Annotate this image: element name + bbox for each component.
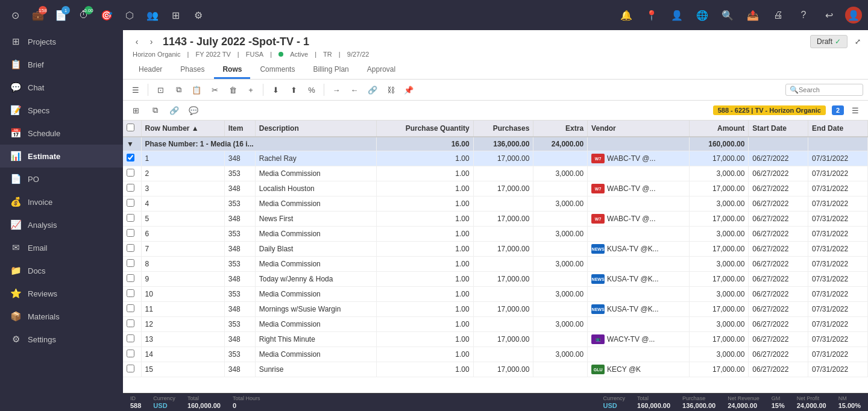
table-row[interactable]: 12 353 Media Commission 1.00 3,000.00 3,… — [123, 317, 868, 332]
cut-button[interactable]: ✂ — [207, 82, 222, 98]
link2-button[interactable]: 🔗 — [166, 102, 182, 118]
search-box[interactable]: 🔍 — [785, 84, 863, 96]
table-row[interactable]: 13 348 Right This Minute 1.00 17,000.00 … — [123, 332, 868, 347]
delete-button[interactable]: 🗑 — [225, 82, 241, 98]
link-button[interactable]: 🔗 — [365, 82, 380, 98]
tab-phases[interactable]: Phases — [172, 61, 213, 79]
row-checkbox[interactable] — [127, 199, 134, 207]
row-checkbox[interactable] — [127, 289, 134, 297]
table-row[interactable]: 8 353 Media Commission 1.00 3,000.00 3,0… — [123, 257, 868, 272]
people-icon[interactable]: 👥 — [143, 6, 162, 24]
user-avatar[interactable]: 👤 — [845, 7, 862, 24]
table-row[interactable]: 9 348 Today w/Jenny & Hoda 1.00 17,000.0… — [123, 272, 868, 287]
table-container[interactable]: Row Number ▲ Item Description Purchase Q… — [123, 121, 868, 393]
location-icon[interactable]: 📍 — [643, 6, 661, 24]
sidebar-item-invoice[interactable]: 💰 Invoice — [0, 190, 123, 213]
paste-button[interactable]: 📋 — [189, 82, 204, 98]
sidebar-item-schedule[interactable]: 📅 Schedule — [0, 122, 123, 145]
pin-button[interactable]: 📌 — [401, 82, 417, 98]
search-input[interactable] — [799, 86, 859, 93]
row-checkbox[interactable] — [127, 169, 134, 177]
row-checkbox[interactable] — [127, 214, 134, 222]
profile-circle-icon[interactable]: ⊙ — [6, 6, 24, 24]
row-checkbox[interactable] — [127, 350, 134, 357]
hexagon-icon[interactable]: ⬡ — [121, 6, 139, 24]
row-checkbox[interactable] — [127, 184, 134, 192]
row-checkbox[interactable] — [127, 154, 134, 162]
campaign-badge[interactable]: 588 - 6225 | TV - Horizon Organic — [713, 105, 826, 115]
help-icon[interactable]: ? — [794, 6, 813, 24]
briefcase-icon[interactable]: 💼158 — [29, 6, 47, 24]
target-icon[interactable]: 🎯 — [98, 6, 116, 24]
table-row[interactable]: 5 348 News First 1.00 17,000.00 W7 WABC-… — [123, 212, 868, 227]
table-row[interactable]: 10 353 Media Commission 1.00 3,000.00 3,… — [123, 287, 868, 302]
draft-status-badge[interactable]: Draft ✓ — [810, 35, 848, 48]
sidebar-item-brief[interactable]: 📋 Brief — [0, 53, 123, 76]
col-item[interactable]: Item — [224, 121, 255, 137]
select-all-checkbox[interactable] — [127, 124, 134, 131]
col-amount[interactable]: Amount — [689, 121, 749, 137]
bell-icon[interactable]: 🔔 — [617, 6, 635, 24]
row-checkbox[interactable] — [127, 259, 134, 267]
sidebar-item-estimate[interactable]: 📊 Estimate — [0, 145, 123, 168]
columns-button[interactable]: ⊞ — [128, 102, 143, 118]
row-checkbox[interactable] — [127, 319, 134, 327]
sidebar-item-materials[interactable]: 📦 Materials — [0, 305, 123, 328]
export-icon[interactable]: 📤 — [744, 6, 762, 24]
clock-icon[interactable]: ⏱0.00 — [75, 6, 93, 24]
sidebar-item-po[interactable]: 📄 PO — [0, 168, 123, 190]
export-file-button[interactable]: ⬆ — [286, 82, 301, 98]
row-checkbox[interactable] — [127, 229, 134, 237]
sidebar-item-email[interactable]: ✉ Email — [0, 236, 123, 259]
sidebar-item-chat[interactable]: 💬 Chat — [0, 76, 123, 99]
col-purchase-qty[interactable]: Purchase Quantity — [376, 121, 473, 137]
sidebar-item-specs[interactable]: 📝 Specs — [0, 99, 123, 122]
table-row[interactable]: 11 348 Mornings w/Susie Wargin 1.00 17,0… — [123, 302, 868, 317]
table-row[interactable]: 7 348 Daily Blast 1.00 17,000.00 NEWS KU… — [123, 242, 868, 257]
col-extra[interactable]: Extra — [533, 121, 588, 137]
tab-rows[interactable]: Rows — [214, 61, 250, 79]
row-checkbox[interactable] — [127, 304, 134, 312]
expand-icon[interactable]: ⤢ — [855, 37, 861, 46]
sidebar-item-projects[interactable]: ⊞ Projects — [0, 30, 123, 53]
select-all-button[interactable]: ⊡ — [153, 82, 168, 98]
col-purchases[interactable]: Purchases — [473, 121, 533, 137]
back-arrow-button[interactable]: ‹ — [130, 35, 143, 48]
search-icon[interactable]: 🔍 — [719, 6, 737, 24]
col-vendor[interactable]: Vendor — [588, 121, 689, 137]
indent-button[interactable]: → — [329, 82, 344, 98]
history-icon[interactable]: ↩ — [820, 6, 838, 24]
list-view-button[interactable]: ☰ — [848, 102, 863, 118]
table-row[interactable]: 15 348 Sunrise 1.00 17,000.00 GLU KECY @… — [123, 362, 868, 377]
table-row[interactable]: 3 348 Localish Houston 1.00 17,000.00 W7… — [123, 181, 868, 196]
sidebar-item-reviews[interactable]: ⭐ Reviews — [0, 282, 123, 305]
percent-button[interactable]: % — [304, 82, 319, 98]
row-checkbox[interactable] — [127, 274, 134, 282]
table-row[interactable]: 14 353 Media Commission 1.00 3,000.00 3,… — [123, 347, 868, 362]
campaign-count[interactable]: 2 — [832, 105, 844, 115]
document-icon[interactable]: 📄1 — [52, 6, 70, 24]
settings-gear-icon[interactable]: ⚙ — [189, 6, 207, 24]
chat2-button[interactable]: 💬 — [186, 102, 201, 118]
col-row-number[interactable]: Row Number ▲ — [141, 121, 224, 137]
hamburger-button[interactable]: ☰ — [128, 82, 143, 98]
unlink-button[interactable]: ⛓ — [383, 82, 398, 98]
col-end-date[interactable]: End Date — [808, 121, 868, 137]
table-row[interactable]: 4 353 Media Commission 1.00 3,000.00 3,0… — [123, 196, 868, 212]
col-start-date[interactable]: Start Date — [749, 121, 808, 137]
forward-arrow-button[interactable]: › — [145, 35, 158, 48]
print-icon[interactable]: 🖨 — [769, 6, 787, 24]
add-button[interactable]: + — [243, 82, 259, 98]
globe-icon[interactable]: 🌐 — [693, 6, 711, 24]
row-checkbox[interactable] — [127, 334, 134, 342]
copy-button[interactable]: ⧉ — [171, 82, 186, 98]
tab-header[interactable]: Header — [130, 61, 171, 79]
row-checkbox[interactable] — [127, 244, 134, 252]
tab-comments[interactable]: Comments — [251, 61, 303, 79]
sidebar-item-settings[interactable]: ⚙ Settings — [0, 328, 123, 351]
tab-billing-plan[interactable]: Billing Plan — [304, 61, 357, 79]
sidebar-item-analysis[interactable]: 📈 Analysis — [0, 213, 123, 236]
sidebar-item-docs[interactable]: 📁 Docs — [0, 259, 123, 282]
grid-icon[interactable]: ⊞ — [166, 6, 184, 24]
row-checkbox[interactable] — [127, 365, 134, 372]
